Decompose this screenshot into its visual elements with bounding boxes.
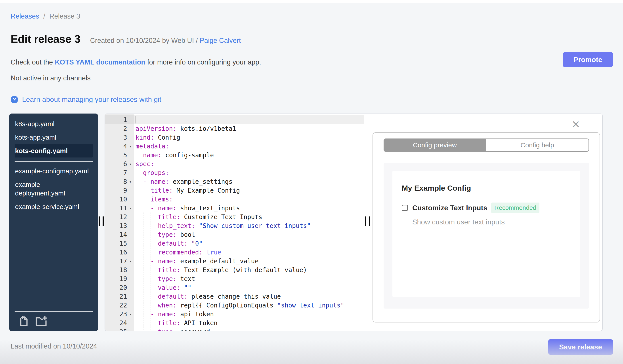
code-text: default: "0" — [134, 240, 202, 247]
code-line-19[interactable]: 19 type: text — [105, 274, 364, 283]
line-number-cell: 15 — [105, 239, 134, 248]
file-list-bottom: example-configmap.yamlexample-deployment… — [9, 164, 98, 213]
code-line-12[interactable]: 12 title: Customize Text Inputs — [105, 212, 364, 221]
code-line-23[interactable]: 23▾ - name: api_token — [105, 310, 364, 319]
code-line-1[interactable]: 1--- — [105, 115, 364, 124]
git-releases-link[interactable]: Learn about managing your releases with … — [22, 95, 161, 103]
fold-arrow-icon[interactable]: ▾ — [127, 312, 134, 317]
line-number-cell: 20 — [105, 283, 134, 292]
created-text: Created on 10/10/2024 by Web UI / — [90, 37, 200, 44]
code-text: items: — [134, 196, 173, 203]
config-group-title: My Example Config — [402, 184, 571, 192]
code-line-21[interactable]: 21 default: please change this value — [105, 292, 364, 301]
code-line-6[interactable]: 6▾spec: — [105, 160, 364, 168]
code-text: title: Customize Text Inputs — [134, 213, 262, 221]
add-file-icon[interactable] — [19, 315, 29, 327]
breadcrumb-releases-link[interactable]: Releases — [11, 12, 39, 20]
fold-arrow-icon[interactable]: ▾ — [127, 144, 134, 149]
config-item-help-text: Show custom user text inputs — [412, 218, 571, 226]
file-item-kots-config-yaml[interactable]: kots-config.yaml — [15, 144, 93, 158]
file-item-example-configmap-yaml[interactable]: example-configmap.yaml — [15, 164, 93, 178]
config-item-row: Customize Text Inputs Recommended — [402, 202, 571, 213]
line-number-cell: 13 — [105, 221, 134, 230]
tab-config-help[interactable]: Config help — [486, 139, 589, 152]
promote-button[interactable]: Promote — [563, 52, 613, 67]
docs-suffix: for more info on configuring your app. — [145, 58, 261, 66]
code-line-18[interactable]: 18 title: Text Example (with default val… — [105, 265, 364, 274]
fold-arrow-icon[interactable]: ▾ — [127, 206, 134, 210]
page-title: Edit release 3 — [11, 33, 80, 45]
code-line-25[interactable]: 25 type: password — [105, 327, 364, 331]
line-number-cell: 7 — [105, 168, 134, 177]
recommended-badge: Recommended — [491, 202, 539, 213]
channel-status: Not active in any channels — [11, 74, 91, 82]
file-item-example-deployment-yaml[interactable]: example-deployment.yaml — [15, 178, 93, 200]
code-line-8[interactable]: 8▾ - name: example_settings — [105, 177, 364, 186]
yaml-code-editor[interactable]: 1---2apiVersion: kots.io/v1beta13kind: C… — [105, 114, 364, 331]
code-text: apiVersion: kots.io/v1beta1 — [134, 125, 236, 132]
breadcrumb-separator: / — [43, 12, 45, 20]
config-item-label: Customize Text Inputs — [412, 204, 487, 212]
code-line-4[interactable]: 4▾metadata: — [105, 142, 364, 151]
code-text: - name: api_token — [134, 311, 214, 318]
config-preview-card: Config preview Config help My Example Co… — [373, 132, 600, 323]
line-number-cell: 12 — [105, 212, 134, 221]
code-line-11[interactable]: 11▾ - name: show_text_inputs — [105, 204, 364, 212]
docs-prefix: Check out the — [11, 58, 55, 66]
line-number-cell: 21 — [105, 292, 134, 301]
code-line-17[interactable]: 17▾ - name: example_default_value — [105, 257, 364, 265]
file-item-example-service-yaml[interactable]: example-service.yaml — [15, 200, 93, 213]
code-line-9[interactable]: 9 title: My Example Config — [105, 186, 364, 195]
fold-arrow-icon[interactable]: ▾ — [127, 179, 134, 184]
created-author-link[interactable]: Paige Calvert — [200, 37, 241, 44]
save-release-button[interactable]: Save release — [548, 339, 613, 355]
config-group-card: My Example Config Customize Text Inputs … — [392, 171, 580, 297]
line-number-cell: 14 — [105, 230, 134, 239]
config-preview-area: My Example Config Customize Text Inputs … — [384, 163, 589, 309]
code-line-15[interactable]: 15 default: "0" — [105, 239, 364, 248]
git-help-row: ? Learn about managing your releases wit… — [11, 95, 161, 103]
file-item-kots-app-yaml[interactable]: kots-app.yaml — [15, 131, 93, 144]
code-line-2[interactable]: 2apiVersion: kots.io/v1beta1 — [105, 124, 364, 133]
release-editor-panel: 1---2apiVersion: kots.io/v1beta13kind: C… — [105, 114, 603, 331]
code-line-13[interactable]: 13 help_text: "Show custom user text inp… — [105, 221, 364, 230]
tab-config-preview[interactable]: Config preview — [384, 139, 486, 152]
code-text: kind: Config — [134, 134, 180, 141]
code-line-7[interactable]: 7 groups: — [105, 168, 364, 177]
fold-arrow-icon[interactable]: ▾ — [127, 259, 134, 263]
code-text: --- — [134, 116, 147, 123]
code-text: name: config-sample — [134, 152, 214, 159]
docs-line: Check out the KOTS YAML documentation fo… — [11, 58, 261, 66]
code-text: recommended: true — [134, 249, 221, 256]
line-number-cell: 8▾ — [105, 177, 134, 186]
line-number-cell: 9 — [105, 186, 134, 195]
line-number-cell: 11▾ — [105, 204, 134, 212]
code-text: groups: — [134, 169, 169, 177]
editor-resize-handle[interactable] — [364, 217, 372, 226]
breadcrumb: Releases / Release 3 — [11, 12, 80, 20]
code-text: metadata: — [134, 143, 169, 150]
code-line-14[interactable]: 14 type: bool — [105, 230, 364, 239]
code-line-10[interactable]: 10 items: — [105, 195, 364, 204]
code-text: help_text: "Show custom user text inputs… — [134, 222, 311, 229]
close-icon[interactable]: ✕ — [572, 119, 580, 129]
line-number-cell: 23▾ — [105, 310, 134, 319]
code-line-3[interactable]: 3kind: Config — [105, 133, 364, 142]
line-number-cell: 22 — [105, 301, 134, 310]
fold-arrow-icon[interactable]: ▾ — [127, 162, 134, 166]
code-line-22[interactable]: 22 when: repl{{ ConfigOptionEquals "show… — [105, 301, 364, 310]
code-line-20[interactable]: 20 value: "" — [105, 283, 364, 292]
code-line-16[interactable]: 16 recommended: true — [105, 248, 364, 257]
sidebar-resize-handle[interactable] — [98, 217, 106, 226]
customize-text-inputs-checkbox[interactable] — [402, 205, 408, 211]
code-text: type: password — [134, 328, 210, 331]
breadcrumb-current: Release 3 — [49, 12, 80, 20]
question-icon: ? — [11, 96, 18, 103]
code-line-24[interactable]: 24 title: API token — [105, 319, 364, 327]
code-text: title: My Example Config — [134, 187, 240, 194]
kots-yaml-docs-link[interactable]: KOTS YAML documentation — [55, 58, 145, 66]
file-item-k8s-app-yaml[interactable]: k8s-app.yaml — [15, 117, 93, 131]
code-line-5[interactable]: 5 name: config-sample — [105, 151, 364, 160]
code-text: default: please change this value — [134, 293, 281, 300]
add-folder-icon[interactable] — [35, 315, 47, 327]
